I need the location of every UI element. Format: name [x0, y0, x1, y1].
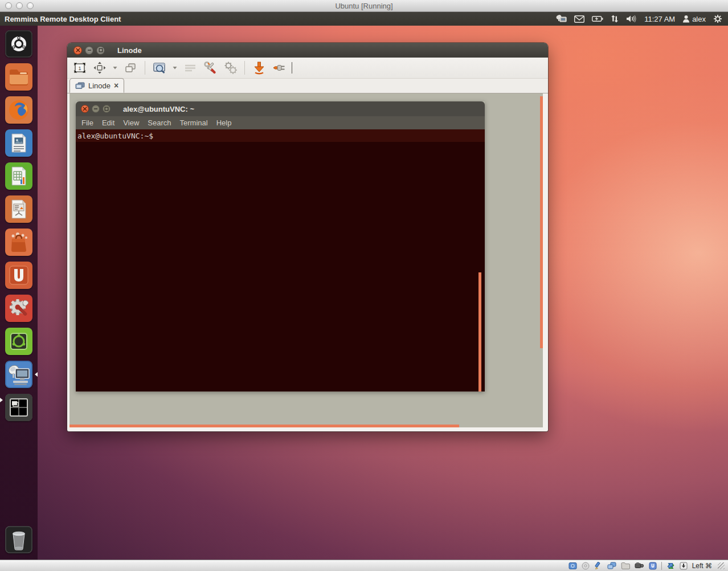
- indicator-tray: 11:27 AM alex: [555, 14, 722, 23]
- window-maximize-button[interactable]: [96, 46, 105, 55]
- resize-grip[interactable]: [718, 562, 725, 569]
- window-close-button[interactable]: [73, 46, 82, 55]
- auto-resize-guest-icon[interactable]: [680, 562, 688, 570]
- grab-keyboard-icon[interactable]: [183, 60, 198, 75]
- vnc-redraw-artifact-right-of-terminal: [478, 272, 481, 391]
- sync-indicator-icon[interactable]: [611, 15, 619, 23]
- remmina-running-indicator-arrow: [0, 398, 3, 402]
- scaled-mode-options-caret[interactable]: [172, 66, 178, 70]
- launcher-item-dash-home[interactable]: [5, 30, 32, 58]
- user-name: alex: [692, 15, 706, 23]
- fit-window-icon[interactable]: [92, 60, 107, 75]
- vnc-redraw-artifact-viewport-right: [540, 96, 543, 348]
- mail-indicator-icon[interactable]: [574, 15, 584, 23]
- usb-devices-icon[interactable]: [649, 562, 657, 570]
- user-icon: [682, 15, 690, 23]
- terminal-body[interactable]: alex@ubuntuVNC:~$: [76, 129, 485, 391]
- launcher-item-libreoffice-writer[interactable]: [5, 129, 32, 157]
- launcher-item-remmina[interactable]: [5, 361, 32, 388]
- svg-text:1: 1: [78, 66, 81, 71]
- terminal-titlebar[interactable]: alex@ubuntuVNC: ~: [76, 101, 485, 116]
- mouse-integration-icon[interactable]: [666, 562, 675, 570]
- remmina-window: Linode 1: [67, 43, 548, 431]
- remmina-toolbar: 1: [67, 58, 548, 79]
- user-menu[interactable]: alex: [682, 15, 706, 23]
- remote-terminal-window: alex@ubuntuVNC: ~ File Edit View Search …: [76, 101, 485, 391]
- host-window-title: Ubuntu [Running]: [0, 0, 728, 12]
- remote-connection-icon: [75, 82, 85, 89]
- hard-disks-icon[interactable]: [569, 562, 577, 570]
- launcher-item-trash[interactable]: [5, 526, 32, 553]
- tab-close-icon[interactable]: ×: [114, 81, 118, 89]
- panel-app-title: Remmina Remote Desktop Client: [5, 15, 121, 23]
- host-window-titlebar: Ubuntu [Running]: [0, 0, 728, 12]
- tab-linode[interactable]: Linode ×: [69, 78, 124, 93]
- terminal-maximize-button[interactable]: [103, 105, 111, 113]
- menu-help[interactable]: Help: [216, 119, 232, 127]
- battery-indicator-icon[interactable]: [592, 15, 603, 22]
- launcher-item-libreoffice-impress[interactable]: [5, 195, 32, 223]
- launcher-item-workspace-switcher[interactable]: [5, 394, 32, 421]
- network-adapters-icon[interactable]: [607, 562, 616, 570]
- launcher-item-libreoffice-calc[interactable]: [5, 162, 32, 190]
- terminal-minimize-button[interactable]: [92, 105, 100, 113]
- host-key-indicator: Left ⌘: [692, 562, 712, 570]
- launcher-item-system-settings[interactable]: [5, 295, 32, 322]
- menu-file[interactable]: File: [81, 119, 93, 127]
- disconnect-plug-icon[interactable]: [272, 60, 287, 75]
- menu-edit[interactable]: Edit: [102, 119, 114, 127]
- ubuntu-top-panel: Remmina Remote Desktop Client: [0, 12, 728, 26]
- remote-desktop-viewport[interactable]: alex@ubuntuVNC: ~ File Edit View Search …: [69, 93, 543, 427]
- volume-indicator-icon[interactable]: [626, 15, 637, 23]
- remmina-tabbar: Linode ×: [67, 79, 548, 93]
- launcher-item-firefox[interactable]: [5, 96, 32, 124]
- tools-icon[interactable]: [203, 60, 218, 75]
- fit-window-options-caret[interactable]: [112, 66, 118, 70]
- window-minimize-button[interactable]: [85, 46, 93, 55]
- scaled-mode-icon[interactable]: [152, 60, 167, 75]
- remmina-focused-indicator-arrow: [35, 372, 38, 377]
- toolbar-text-cursor: [292, 62, 292, 74]
- session-gear-icon[interactable]: [713, 14, 722, 23]
- optical-drives-icon[interactable]: [582, 562, 590, 570]
- menu-search[interactable]: Search: [148, 119, 171, 127]
- menu-view[interactable]: View: [123, 119, 139, 127]
- launcher-item-ubuntu-one[interactable]: [5, 262, 32, 289]
- tab-label: Linode: [88, 81, 111, 90]
- launcher-item-ubuntu-tweak[interactable]: [5, 328, 32, 355]
- duplicate-connection-icon[interactable]: [123, 60, 138, 75]
- remmina-window-title: Linode: [117, 46, 142, 55]
- statusbar-separator: [661, 562, 662, 570]
- display-icon[interactable]: [635, 562, 644, 569]
- terminal-prompt-line: alex@ubuntuVNC:~$: [76, 129, 485, 142]
- terminal-window-title: alex@ubuntuVNC: ~: [123, 105, 194, 113]
- remmina-titlebar[interactable]: Linode: [67, 43, 548, 58]
- pen-input-icon[interactable]: [594, 562, 603, 570]
- menu-terminal[interactable]: Terminal: [180, 119, 208, 127]
- remote-desktop-indicator-icon[interactable]: [555, 14, 567, 23]
- launcher-item-ubuntu-software-center[interactable]: [5, 229, 32, 256]
- terminal-close-button[interactable]: [81, 105, 89, 113]
- plugin-gears-icon[interactable]: [223, 60, 238, 75]
- minimize-to-tray-icon[interactable]: [252, 60, 267, 75]
- clock[interactable]: 11:27 AM: [644, 15, 675, 23]
- virtualbox-statusbar: Left ⌘: [0, 560, 728, 571]
- vnc-redraw-artifact-bottom: [69, 425, 459, 427]
- shared-folders-icon[interactable]: [621, 562, 630, 569]
- launcher-item-home-folder[interactable]: [5, 63, 32, 91]
- terminal-prompt: alex@ubuntuVNC:~$: [76, 132, 153, 140]
- unity-launcher: [0, 26, 38, 560]
- fullscreen-icon[interactable]: 1: [72, 60, 87, 75]
- terminal-menubar: File Edit View Search Terminal Help: [76, 116, 485, 129]
